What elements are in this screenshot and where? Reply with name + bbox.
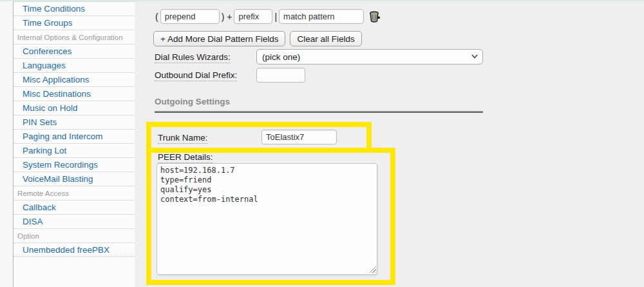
- clear-all-fields-button[interactable]: Clear all Fields: [290, 31, 361, 46]
- outbound-dial-prefix-input[interactable]: [256, 68, 305, 83]
- outbound-dial-prefix-label: Outbound Dial Prefix:: [155, 70, 237, 81]
- main-content: ( ) + | + Add More Dial Pattern Fields C…: [0, 1, 644, 287]
- outgoing-settings-heading: Outgoing Settings: [155, 97, 230, 106]
- peer-details-label: PEER Details:: [158, 152, 213, 163]
- trunk-config-page: Time ConditionsTime GroupsInternal Optio…: [0, 0, 644, 287]
- section-divider: [155, 111, 483, 113]
- open-paren-text: (: [153, 12, 160, 22]
- close-paren-plus-text: ) +: [220, 12, 234, 22]
- trunk-name-input[interactable]: [261, 130, 337, 144]
- delete-pattern-button[interactable]: [368, 10, 382, 24]
- dial-rules-wizards-select[interactable]: (pick one): [256, 49, 483, 64]
- trunk-name-label: Trunk Name:: [158, 133, 208, 144]
- pattern-buttons-row: + Add More Dial Pattern Fields Clear all…: [153, 31, 362, 46]
- prefix-input[interactable]: [234, 9, 272, 24]
- pipe-text: |: [272, 12, 279, 22]
- peer-details-textarea[interactable]: host=192.168.1.7 type=friend qualify=yes…: [156, 163, 377, 275]
- match-pattern-input[interactable]: [279, 9, 364, 24]
- dial-rules-select-wrap: (pick one): [256, 49, 483, 64]
- add-more-dial-pattern-fields-button[interactable]: + Add More Dial Pattern Fields: [153, 31, 285, 46]
- trash-icon: [368, 10, 381, 23]
- prepend-input[interactable]: [160, 9, 220, 24]
- dial-rules-wizards-label: Dial Rules Wizards:: [155, 52, 231, 63]
- dial-pattern-row: ( ) + |: [153, 9, 382, 24]
